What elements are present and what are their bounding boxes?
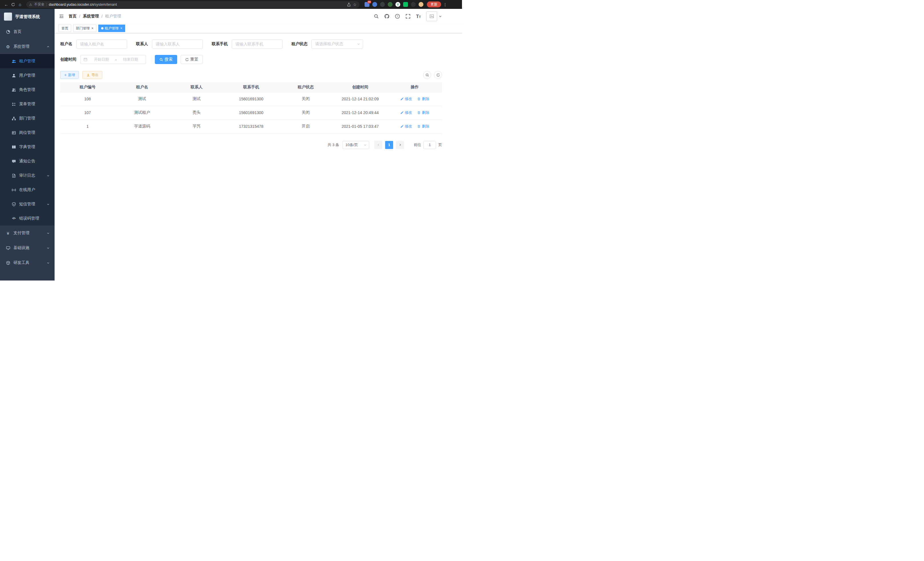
tab-tenant[interactable]: 租户管理 × — [98, 25, 125, 32]
browser-extension-icon[interactable]: Y — [395, 2, 400, 7]
tab-label: 租户管理 — [105, 26, 118, 31]
breadcrumb-separator: / — [79, 14, 80, 19]
cell-status: 关闭 — [278, 92, 333, 106]
chrome-menu-icon[interactable]: ⋮ — [443, 2, 447, 7]
browser-home-button[interactable]: ⌂ — [16, 1, 23, 8]
header-contact: 联系人 — [170, 82, 224, 92]
sidebar-item-home[interactable]: 首页 — [0, 24, 55, 39]
edit-button[interactable]: 修改 — [400, 96, 412, 102]
sidebar-item-label: 研发工具 — [14, 260, 29, 265]
search-button[interactable]: 搜索 — [155, 55, 177, 64]
svg-text:?: ? — [397, 15, 398, 18]
search-button-label: 搜索 — [165, 57, 172, 62]
close-icon[interactable]: × — [120, 26, 122, 30]
address-bar[interactable]: ⚠ 不安全 dashboard.yudao.iocoder.cn/system/… — [26, 1, 359, 8]
sidebar-item-post[interactable]: 岗位管理 — [0, 126, 55, 140]
phone-input[interactable] — [232, 39, 283, 49]
edit-button[interactable]: 修改 — [400, 124, 412, 129]
sidebar-item-menu[interactable]: 菜单管理 — [0, 97, 55, 111]
browser-refresh-button[interactable] — [10, 1, 16, 8]
chevron-down-icon — [357, 42, 360, 46]
browser-extension-icon[interactable]: 10 — [364, 2, 369, 7]
cell-actions: 修改 删除 — [387, 120, 442, 133]
app-logo[interactable]: 芋道管理系统 — [0, 9, 55, 24]
goto-page-input[interactable] — [423, 141, 436, 149]
pagination-total: 共 3 条 — [328, 142, 339, 147]
delete-button-label: 删除 — [422, 96, 429, 102]
export-button[interactable]: 导出 — [82, 71, 102, 79]
user-avatar-menu[interactable] — [426, 11, 442, 21]
cell-created: 2021-12-14 20:49:44 — [333, 106, 387, 120]
toggle-search-button[interactable] — [423, 71, 431, 79]
sidebar-item-dict[interactable]: 字典管理 — [0, 140, 55, 154]
tenant-status-select[interactable]: 请选择租户状态 — [311, 39, 363, 49]
delete-button[interactable]: 删除 — [417, 96, 429, 102]
sidebar-item-tenant[interactable]: 租户管理 — [0, 54, 55, 68]
next-page-button[interactable] — [396, 141, 404, 149]
cell-contact: 芋艿 — [170, 120, 224, 133]
sidebar-item-online-user[interactable]: 在线用户 — [0, 183, 55, 197]
extensions-row: 10 Y — [362, 2, 426, 7]
sidebar-item-label: 支付管理 — [14, 230, 29, 236]
sidebar-item-system[interactable]: ⚙ 系统管理 — [0, 39, 55, 54]
add-button[interactable]: + 新增 — [60, 71, 79, 79]
header-actions: 操作 — [387, 82, 442, 92]
sidebar-item-label: 基础设施 — [14, 245, 29, 250]
browser-extension-icon[interactable] — [403, 2, 408, 7]
refresh-button[interactable] — [434, 71, 442, 79]
chrome-update-button[interactable]: 更新 — [427, 2, 441, 8]
breadcrumb-item-system[interactable]: 系统管理 — [83, 14, 99, 19]
prev-page-button[interactable] — [374, 141, 382, 149]
sidebar-item-notice[interactable]: 通知公告 — [0, 154, 55, 168]
sidebar-item-audit-log[interactable]: 审计日志 — [0, 168, 55, 183]
browser-profile-avatar[interactable] — [418, 2, 423, 7]
tab-dept[interactable]: 部门管理 × — [73, 25, 96, 32]
share-icon[interactable] — [347, 3, 351, 7]
sidebar-item-pay[interactable]: ¥ 支付管理 — [0, 226, 55, 241]
chevron-up-icon — [46, 45, 50, 48]
bookmark-star-icon[interactable]: ☆ — [353, 2, 357, 7]
breadcrumb-item-current: 租户管理 — [105, 14, 121, 19]
browser-back-button[interactable]: ← — [3, 1, 10, 8]
fullscreen-icon[interactable] — [405, 14, 411, 19]
github-icon[interactable] — [384, 14, 389, 19]
browser-extension-icon[interactable] — [372, 2, 377, 7]
chevron-down-icon — [46, 174, 50, 177]
browser-extension-icon[interactable] — [380, 2, 385, 7]
cell-tenant-name: 测试租户 — [115, 106, 170, 120]
security-label[interactable]: 不安全 — [34, 2, 45, 7]
page-size-select[interactable]: 10条/页 — [343, 141, 369, 149]
cell-tenant-name: 测试 — [115, 92, 170, 106]
tenant-name-input[interactable] — [76, 39, 127, 49]
error-code-icon: </> — [11, 216, 16, 221]
browser-extension-icon[interactable] — [388, 2, 393, 7]
sidebar-item-devtool[interactable]: 研发工具 — [0, 255, 55, 270]
sidebar-item-sms[interactable]: 短信管理 — [0, 197, 55, 211]
close-icon[interactable]: × — [92, 26, 93, 30]
hamburger-icon[interactable] — [59, 14, 64, 19]
edit-button[interactable]: 修改 — [400, 110, 412, 115]
cell-phone: 15601691300 — [224, 92, 279, 106]
delete-button[interactable]: 删除 — [417, 110, 429, 115]
breadcrumb-item-home[interactable]: 首页 — [69, 14, 76, 19]
browser-puzzle-icon[interactable] — [411, 2, 416, 7]
omnibox-divider — [46, 3, 47, 6]
sidebar-item-infra[interactable]: 基础设施 — [0, 241, 55, 255]
create-time-range-picker[interactable]: 开始日期 - 结束日期 — [80, 55, 146, 64]
contact-input[interactable] — [152, 39, 203, 49]
font-size-icon[interactable]: TT — [416, 14, 421, 19]
table-row: 1 芋道源码 芋艿 17321315478 开启 2021-01-05 17:0… — [60, 120, 442, 133]
page-number-button[interactable]: 1 — [385, 141, 393, 149]
sidebar-item-dept[interactable]: 部门管理 — [0, 111, 55, 126]
online-signal-icon — [11, 188, 16, 192]
question-icon[interactable]: ? — [395, 14, 400, 19]
delete-button[interactable]: 删除 — [417, 124, 429, 129]
breadcrumb: 首页 / 系统管理 / 租户管理 — [69, 14, 121, 19]
sidebar-item-role[interactable]: 角色管理 — [0, 83, 55, 97]
sidebar-item-error-code[interactable]: </> 错误码管理 — [0, 211, 55, 226]
search-icon[interactable] — [374, 14, 379, 19]
reset-button[interactable]: 重置 — [181, 55, 203, 64]
tab-home[interactable]: 首页 — [58, 25, 71, 32]
sidebar-item-label: 首页 — [14, 29, 21, 34]
sidebar-item-user[interactable]: 用户管理 — [0, 68, 55, 83]
